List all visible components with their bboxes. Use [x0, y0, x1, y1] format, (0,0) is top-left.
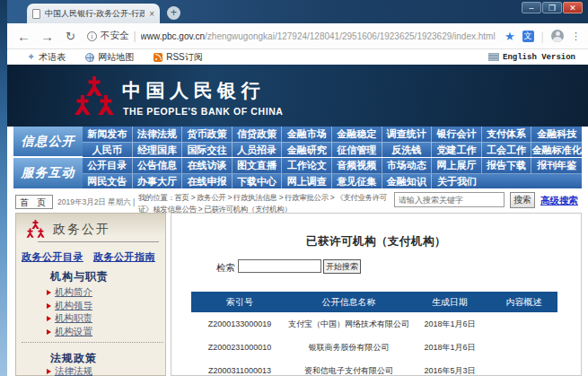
nav-item[interactable]: 调查统计	[382, 127, 433, 142]
tab-favicon-icon	[32, 9, 40, 19]
address-bar: ← → ↻ i 不安全 | www.pbc.gov.cn/zhengwugong…	[7, 23, 588, 49]
nav-item[interactable]: 党建工作	[432, 143, 482, 158]
rss-link[interactable]: RSS订阅	[154, 51, 203, 64]
nav-item[interactable]: 金融科技	[531, 127, 582, 142]
bank-name-english: THE PEOPLE'S BANK OF CHINA	[123, 106, 284, 117]
browser-titlebar: 中国人民银行-政务公开-行政执 × + – ❐ ✕	[0, 0, 588, 23]
nav-item[interactable]: 意见征集	[332, 174, 382, 189]
nav-item[interactable]: 信贷政策	[233, 127, 283, 142]
site-search-button[interactable]: 搜索	[510, 192, 535, 208]
nav-item[interactable]: 公开目录	[83, 158, 133, 173]
browser-tab[interactable]: 中国人民银行-政务公开-行政执 ×	[27, 4, 160, 23]
nav-item[interactable]: 银行会计	[432, 127, 482, 142]
start-search-button[interactable]: 开始搜索	[323, 259, 361, 274]
translate-icon[interactable]: 文	[522, 31, 534, 42]
window-maximize-button[interactable]: ❐	[542, 2, 562, 13]
sidebar-item-org-duty[interactable]: 机构职责	[47, 312, 92, 325]
nav-item[interactable]: 工作论文	[282, 158, 332, 173]
pbc-logo-small	[25, 220, 46, 239]
nav-item[interactable]: 金融知识	[382, 174, 433, 189]
sidebar-item-org-leaders[interactable]: 机构领导	[47, 300, 92, 312]
nav-item[interactable]: 工会工作	[482, 143, 532, 158]
nav-item[interactable]: 支付体系	[482, 127, 532, 142]
org-name-link[interactable]: 银联商务股份有限公司	[288, 342, 409, 354]
nav-item[interactable]: 金融标准化	[531, 143, 582, 158]
sidebar-section-title: 法规政策	[50, 351, 97, 366]
profile-avatar-icon[interactable]	[551, 30, 564, 42]
advanced-search-link[interactable]: 高级搜索	[540, 195, 578, 207]
browser-menu-icon[interactable]: ⋮	[571, 31, 581, 42]
nav-item[interactable]: 货币政策	[182, 127, 233, 142]
glossary-link[interactable]: ✦ 术语表	[27, 51, 66, 64]
table-row: Z2000231000010 银联商务股份有限公司 2018年1月6日	[191, 336, 557, 359]
nav-item[interactable]: 市场动态	[382, 158, 433, 173]
nav-item[interactable]: 网上调查	[282, 174, 332, 189]
sidebar-item-org-setup[interactable]: 机构设置	[47, 326, 92, 338]
nav-item[interactable]: 反洗钱	[382, 143, 433, 158]
org-name-link[interactable]: 支付宝（中国）网络技术有限公司	[288, 319, 409, 330]
date-text: 2019年3月2日 星期六 |	[57, 197, 135, 208]
site-search-input[interactable]	[394, 192, 505, 207]
retrieve-input[interactable]	[238, 259, 321, 273]
nav-item[interactable]: 法律法规	[133, 127, 183, 142]
nav-item[interactable]: 在线申报	[182, 174, 233, 189]
nav-item[interactable]: 报刊年鉴	[531, 158, 582, 173]
nav-item[interactable]: 公告信息	[133, 158, 183, 173]
nav-item[interactable]: 人民币	[83, 143, 133, 158]
globe-icon	[85, 53, 94, 62]
nav-item[interactable]: 金融稳定	[332, 127, 382, 142]
nav-item[interactable]: 网上展厅	[432, 158, 482, 173]
table-header-row: 索引号 公开信息名称 生成日期 内容概述	[191, 292, 557, 312]
nav-item[interactable]: 在线访谈	[182, 158, 233, 173]
sidebar-section-title: 机构与职责	[50, 269, 109, 284]
url-text[interactable]: www.pbc.gov.cn/zhengwugongkai/127924/128…	[141, 31, 496, 41]
new-tab-button[interactable]: +	[167, 6, 180, 20]
page-title: 已获许可机构（支付机构）	[171, 234, 581, 249]
sitemap-link[interactable]: 网站地图	[85, 51, 134, 64]
reload-icon[interactable]: ↻	[66, 30, 75, 43]
window-minimize-button[interactable]: –	[522, 2, 541, 13]
tab-title: 中国人民银行-政务公开-行政执	[45, 8, 145, 20]
table-row: Z2000311000013 资和信电子支付有限公司 2016年5月3日	[191, 359, 557, 376]
nav-item[interactable]: 金融研究	[282, 143, 332, 158]
sidebar: 政务公开 政务公开目录 政务公开指南 机构与职责 机构简介 机构领导 机构职责 …	[15, 213, 166, 376]
english-version-link[interactable]: English Version	[488, 53, 575, 62]
main-navigation: 信息公开 服务互动 新闻发布 法律法规 货币政策 信贷政策 金融市场 金融稳定 …	[13, 127, 582, 189]
nav-group-info-disclosure[interactable]: 信息公开	[13, 127, 83, 157]
nav-item[interactable]: 办事大厅	[133, 174, 183, 189]
nav-item[interactable]: 征信管理	[332, 143, 382, 158]
back-icon[interactable]: ←	[17, 29, 31, 44]
browser-window: 中国人民银行-政务公开-行政执 × + – ❐ ✕ ← → ↻ i 不安全 | …	[0, 0, 588, 376]
sidebar-item-org-intro[interactable]: 机构简介	[47, 286, 92, 299]
flag-icon	[488, 53, 499, 61]
forward-icon[interactable]: →	[40, 29, 54, 44]
nav-item[interactable]: 人员招录	[233, 143, 283, 158]
sidebar-link-directory[interactable]: 政务公开目录	[22, 250, 83, 264]
main-panel: 已获许可机构（支付机构） 检索： 开始搜索 索引号 公开信息名称 生成日期 内容…	[171, 213, 582, 376]
nav-item[interactable]: 网民文告	[83, 174, 133, 189]
org-name-link[interactable]: 资和信电子支付有限公司	[288, 365, 409, 376]
sidebar-link-guide[interactable]: 政务公开指南	[93, 250, 155, 264]
sidebar-item-laws[interactable]: 法律法规	[47, 365, 92, 376]
nav-item[interactable]: 国际交往	[182, 143, 233, 158]
license-table: 索引号 公开信息名称 生成日期 内容概述 Z2000133000019 支付宝（…	[191, 292, 557, 376]
nav-item[interactable]: 金融市场	[282, 127, 332, 142]
window-close-button[interactable]: ✕	[563, 2, 583, 13]
nav-item[interactable]: 报告下载	[482, 158, 532, 173]
nav-item[interactable]: 新闻发布	[83, 127, 133, 142]
nav-item[interactable]: 图文直播	[233, 158, 283, 173]
nav-item[interactable]: 经理国库	[133, 143, 183, 158]
bookmark-star-icon[interactable]: ★	[505, 30, 515, 43]
security-chip[interactable]: i 不安全	[87, 30, 129, 42]
tab-close-icon[interactable]: ×	[149, 9, 154, 19]
nav-item[interactable]: 关于我们	[432, 174, 482, 189]
bank-name-chinese: 中国人民银行	[122, 80, 265, 102]
breadcrumb-bar: 首 页 2019年3月2日 星期六 | 我的位置：首页 > 政务公开 > 行政执…	[7, 188, 588, 213]
nav-group-service[interactable]: 服务互动	[13, 158, 83, 188]
nav-item[interactable]: 下载中心	[233, 174, 283, 189]
table-row: Z2000133000019 支付宝（中国）网络技术有限公司 2018年1月6日	[191, 312, 557, 336]
pbc-logo	[72, 76, 117, 118]
home-button[interactable]: 首 页	[15, 195, 53, 209]
quick-links-bar: ✦ 术语表 网站地图 RSS订阅 English Version	[7, 49, 588, 65]
nav-item[interactable]: 音频视频	[332, 158, 382, 173]
